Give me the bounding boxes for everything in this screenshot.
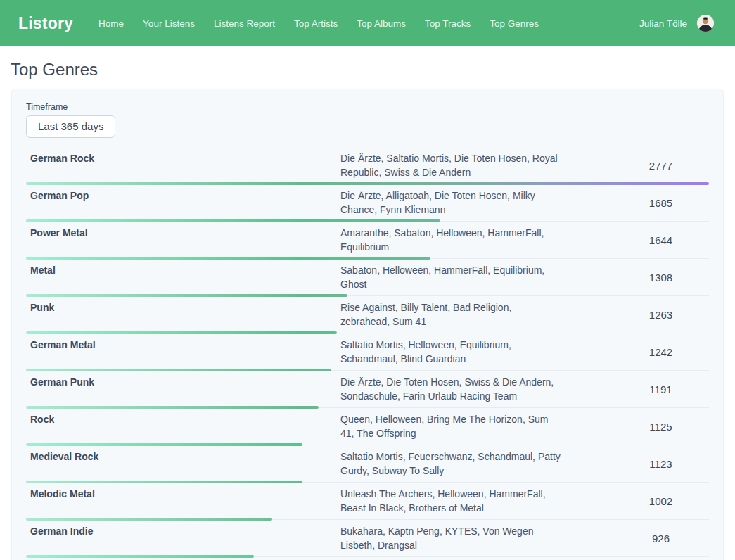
genre-artists: Saltatio Mortis, Helloween, Equilibrium,…: [340, 338, 562, 366]
top-genres-card: Timeframe Last 365 days German Rock Die …: [11, 89, 724, 560]
genre-count: 1685: [562, 197, 709, 209]
table-row: German Metal Saltatio Mortis, Helloween,…: [26, 333, 709, 371]
table-row: Metal Sabaton, Helloween, HammerFall, Eq…: [26, 259, 709, 296]
genre-name: German Indie: [26, 524, 340, 552]
user-name[interactable]: Julian Tölle: [639, 18, 687, 29]
genre-name: Punk: [26, 300, 340, 329]
user-avatar[interactable]: [697, 15, 714, 32]
genre-name: German Metal: [26, 338, 340, 366]
genre-artists: Die Ärzte, Alligatoah, Die Toten Hosen, …: [340, 189, 562, 217]
nav-item-top-artists[interactable]: Top Artists: [294, 18, 338, 29]
genre-name: Medieval Rock: [26, 450, 340, 478]
genre-name: Power Metal: [26, 226, 340, 254]
table-row: German Punk Die Ärzte, Die Toten Hosen, …: [26, 371, 709, 408]
table-row: German Indie Bukahara, Käptn Peng, KYTES…: [26, 520, 709, 557]
timeframe-label: Timeframe: [26, 102, 709, 112]
genre-name: German Rock: [26, 151, 340, 179]
genre-artists: Saltatio Mortis, Feuerschwanz, Schandmau…: [340, 450, 562, 478]
table-row: Rock Queen, Helloween, Bring Me The Hori…: [26, 408, 709, 445]
table-row: Melodic Metal Unleash The Archers, Hello…: [26, 483, 709, 520]
genre-count: 2777: [562, 160, 709, 172]
genre-progress-bar: [26, 555, 254, 558]
genre-artists: Die Ärzte, Die Toten Hosen, Swiss & Die …: [340, 375, 562, 403]
genre-artists: Rise Against, Billy Talent, Bad Religion…: [340, 300, 562, 329]
genre-count: 1308: [562, 272, 709, 284]
genre-artists: Sabaton, Helloween, HammerFall, Equilibr…: [340, 263, 562, 291]
table-row: German Rock Die Ärzte, Saltatio Mortis, …: [26, 147, 709, 184]
nav-item-your-listens[interactable]: Your Listens: [143, 18, 195, 29]
genre-artists: Amaranthe, Sabaton, Helloween, HammerFal…: [340, 226, 562, 254]
genre-count: 1002: [562, 495, 709, 507]
timeframe-control: Timeframe Last 365 days: [26, 102, 709, 138]
nav-item-home[interactable]: Home: [98, 18, 124, 29]
nav-item-top-tracks[interactable]: Top Tracks: [425, 18, 471, 29]
table-row: Power Metal Amaranthe, Sabaton, Hellowee…: [26, 222, 709, 259]
top-navbar: Listory Home Your Listens Listens Report…: [0, 0, 735, 46]
page-title: Top Genres: [11, 60, 724, 79]
genre-count: 1242: [562, 346, 709, 358]
main-navigation: Home Your Listens Listens Report Top Art…: [98, 18, 539, 29]
genre-artists: Queen, Helloween, Bring Me The Horizon, …: [340, 412, 562, 440]
genre-table: German Rock Die Ärzte, Saltatio Mortis, …: [26, 147, 709, 557]
genre-count: 1123: [562, 458, 709, 470]
genre-artists: Bukahara, Käptn Peng, KYTES, Von Wegen L…: [340, 524, 562, 552]
genre-name: Metal: [26, 263, 340, 291]
nav-item-top-genres[interactable]: Top Genres: [490, 18, 539, 29]
app-logo[interactable]: Listory: [18, 14, 73, 33]
nav-item-listens-report[interactable]: Listens Report: [214, 18, 275, 29]
genre-name: Rock: [26, 412, 340, 440]
genre-count: 1191: [562, 383, 709, 395]
table-row: Punk Rise Against, Billy Talent, Bad Rel…: [26, 296, 709, 333]
table-row: German Pop Die Ärzte, Alligatoah, Die To…: [26, 184, 709, 222]
genre-count: 1263: [562, 309, 709, 321]
genre-count: 1125: [562, 421, 709, 433]
timeframe-select[interactable]: Last 365 days: [26, 115, 115, 138]
genre-name: German Pop: [26, 189, 340, 217]
nav-item-top-albums[interactable]: Top Albums: [357, 18, 406, 29]
genre-name: Melodic Metal: [26, 487, 340, 515]
table-row: Medieval Rock Saltatio Mortis, Feuerschw…: [26, 445, 709, 483]
genre-name: German Punk: [26, 375, 340, 403]
genre-artists: Unleash The Archers, Helloween, HammerFa…: [340, 487, 562, 515]
genre-count: 926: [562, 533, 709, 545]
user-photo-icon: [697, 15, 714, 32]
genre-count: 1644: [562, 234, 709, 246]
genre-artists: Die Ärzte, Saltatio Mortis, Die Toten Ho…: [340, 151, 562, 179]
